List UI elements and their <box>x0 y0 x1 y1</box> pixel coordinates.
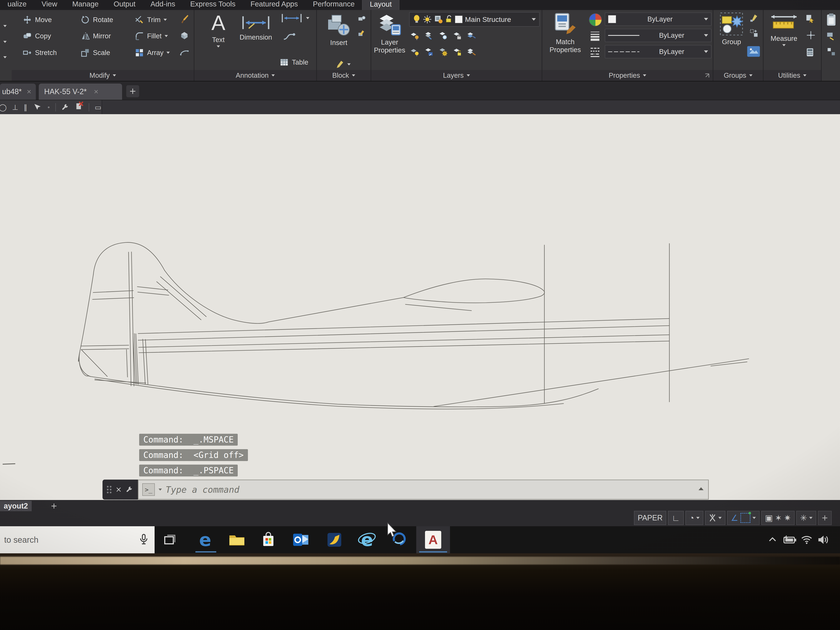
file-explorer-icon[interactable] <box>226 526 248 553</box>
wifi-icon[interactable] <box>798 526 815 553</box>
block-panel-label[interactable]: Block <box>317 70 371 81</box>
text-button[interactable]: A Text <box>206 11 231 47</box>
edge-taskbar-icon[interactable]: e <box>194 526 217 553</box>
microphone-icon[interactable] <box>138 532 149 547</box>
paste-clipboard-icon[interactable] <box>826 13 837 27</box>
layer-thaw-all-icon[interactable] <box>438 47 448 57</box>
table-button[interactable]: Table <box>279 57 308 67</box>
dimension-style-button[interactable] <box>280 13 309 23</box>
layer-current-icon[interactable] <box>424 47 434 57</box>
paper-space-button[interactable]: PAPER <box>634 511 666 525</box>
status-customize-button[interactable] <box>818 511 832 525</box>
layers-panel-label[interactable]: Layers <box>371 70 542 81</box>
osnap-perpendicular-icon[interactable]: ⊥ <box>12 103 18 112</box>
object-color-wheel-icon[interactable] <box>589 13 602 26</box>
close-icon[interactable] <box>27 90 31 94</box>
layer-dropdown[interactable]: Main Structure <box>409 12 540 27</box>
ungroup-button[interactable] <box>749 13 759 23</box>
explode-tool-button[interactable] <box>180 30 189 40</box>
annotation-panel-label[interactable]: Annotation <box>194 70 316 81</box>
chevron-down-icon[interactable] <box>532 18 536 21</box>
isolate-objects-icon[interactable] <box>75 102 83 112</box>
chevron-down-icon[interactable] <box>3 41 7 43</box>
file-tab-cub48[interactable]: ub48* <box>0 84 36 100</box>
close-icon[interactable] <box>94 90 98 94</box>
stretch-button[interactable]: Stretch <box>22 48 57 57</box>
layer-properties-button[interactable]: Layer Properties <box>373 12 406 54</box>
ribbon-tab-visualize[interactable]: ualize <box>0 0 34 10</box>
layout-tab-layout2[interactable]: ayout2 <box>0 501 32 511</box>
match-properties-button[interactable]: Match Properties <box>545 12 586 54</box>
brush-tool-button[interactable] <box>180 14 189 24</box>
command-history-expand-icon[interactable] <box>698 487 704 490</box>
layer-lock-icon[interactable] <box>453 31 462 40</box>
dimension-button[interactable]: Dimension <box>236 14 276 41</box>
layer-on-off-icon[interactable] <box>410 47 420 57</box>
chevron-down-icon[interactable] <box>158 488 162 491</box>
ribbon-tab-addins[interactable]: Add-ins <box>143 0 183 10</box>
quick-calc-button[interactable] <box>805 47 815 57</box>
layer-thaw-sun-icon[interactable] <box>423 15 432 24</box>
chevron-down-icon[interactable] <box>164 19 167 21</box>
chevron-down-icon[interactable] <box>704 34 708 37</box>
ribbon-tab-featured-apps[interactable]: Featured Apps <box>243 0 305 10</box>
chevron-down-icon[interactable] <box>704 51 708 53</box>
wrench-icon[interactable] <box>126 486 134 494</box>
drag-handle-icon[interactable] <box>107 486 112 493</box>
chevron-down-icon[interactable] <box>217 46 220 47</box>
drawing-canvas[interactable] <box>0 114 840 500</box>
chevron-down-icon[interactable] <box>809 517 813 519</box>
command-input[interactable]: >_ Type a command <box>138 480 709 500</box>
scale-button[interactable]: Scale <box>81 48 110 57</box>
command-bar-grip[interactable] <box>103 480 138 500</box>
array-button[interactable]: Array <box>134 48 170 57</box>
copy-button[interactable]: Copy <box>22 31 51 41</box>
chevron-down-icon[interactable] <box>347 63 351 65</box>
speaker-icon[interactable] <box>814 526 833 553</box>
cropped-tool-icon[interactable] <box>826 31 836 41</box>
outlook-icon[interactable] <box>290 526 313 553</box>
command-prompt-icon[interactable]: >_ <box>142 483 155 496</box>
circle-tool-icon[interactable]: ◯ <box>0 103 7 112</box>
utilities-panel-label[interactable]: Utilities <box>764 70 821 81</box>
isodraft-button[interactable] <box>705 511 725 525</box>
rectangle-tool-icon[interactable]: ▭ <box>95 103 101 112</box>
file-tab-hak55[interactable]: HAK-55 V-2* <box>39 84 122 100</box>
block-attributes-button[interactable] <box>335 60 351 69</box>
internet-explorer-icon[interactable]: e <box>355 526 379 553</box>
new-layout-button[interactable] <box>52 504 57 508</box>
ribbon-tab-output[interactable]: Output <box>106 0 143 10</box>
layer-match-icon[interactable] <box>467 31 476 40</box>
layer-unlock-icon[interactable] <box>445 15 453 24</box>
chevron-down-icon[interactable] <box>164 35 168 37</box>
parallel-lines-icon[interactable]: ∥ <box>24 103 27 112</box>
move-button[interactable]: Move <box>22 15 52 25</box>
lineweight-list-icon[interactable] <box>589 30 601 42</box>
group-selection-toggle-button[interactable] <box>747 45 760 58</box>
object-color-dropdown[interactable]: ByLayer <box>605 13 712 26</box>
selection-cursor-icon[interactable] <box>33 103 42 112</box>
layer-isolate-icon[interactable] <box>410 31 420 40</box>
create-block-button[interactable] <box>357 14 366 23</box>
fillet-button[interactable]: Fillet <box>134 31 168 41</box>
leader-button[interactable] <box>282 29 297 41</box>
workspace-settings-button[interactable]: ✳ <box>796 511 816 525</box>
point-marker-icon[interactable]: ∘ <box>47 104 50 110</box>
modify-panel-label[interactable]: Modify <box>12 70 194 81</box>
chevron-down-icon[interactable] <box>306 17 309 19</box>
layer-walk-icon[interactable] <box>467 47 476 57</box>
tray-chevron-up-icon[interactable] <box>764 526 781 553</box>
polar-tracking-button[interactable]: ◔ <box>685 511 703 525</box>
mirror-button[interactable]: Mirror <box>81 31 111 41</box>
group-button[interactable]: Group <box>716 12 747 46</box>
chevron-down-icon[interactable] <box>3 25 7 27</box>
ribbon-tab-layout[interactable]: Layout <box>362 0 399 10</box>
taskbar-search-field[interactable]: to search <box>0 526 155 553</box>
lineweight-dropdown[interactable]: ByLayer <box>605 29 712 42</box>
ribbon-tab-performance[interactable]: Performance <box>305 0 362 10</box>
arc-tool-button[interactable] <box>180 47 189 57</box>
panel-dialog-launcher-icon[interactable] <box>704 73 710 78</box>
measure-button[interactable]: Measure <box>767 12 801 46</box>
edit-block-button[interactable] <box>357 29 366 38</box>
groups-panel-label[interactable]: Groups <box>713 70 763 81</box>
